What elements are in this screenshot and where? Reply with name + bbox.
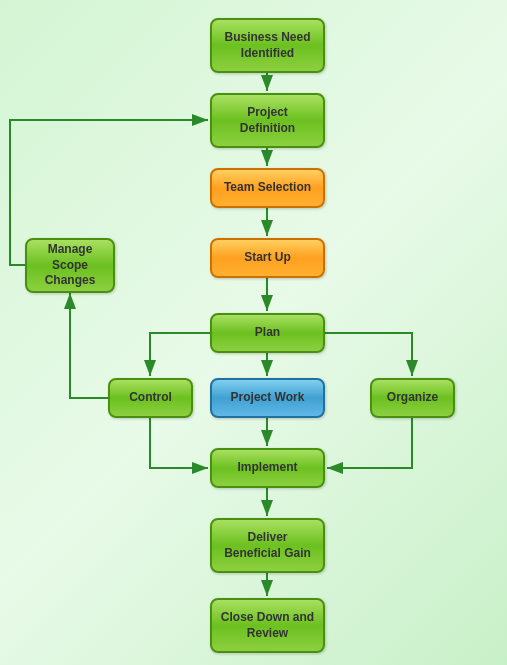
organize-box: Organize — [370, 378, 455, 418]
diagram: Business Need Identified ProjectDefiniti… — [0, 0, 507, 665]
control-box: Control — [108, 378, 193, 418]
implement-box: Implement — [210, 448, 325, 488]
plan-box: Plan — [210, 313, 325, 353]
project-work-box: Project Work — [210, 378, 325, 418]
business-need-box: Business Need Identified — [210, 18, 325, 73]
closedown-box: Close Down andReview — [210, 598, 325, 653]
deliver-box: DeliverBeneficial Gain — [210, 518, 325, 573]
startup-box: Start Up — [210, 238, 325, 278]
project-definition-box: ProjectDefinition — [210, 93, 325, 148]
manage-scope-box: Manage ScopeChanges — [25, 238, 115, 293]
team-selection-box: Team Selection — [210, 168, 325, 208]
